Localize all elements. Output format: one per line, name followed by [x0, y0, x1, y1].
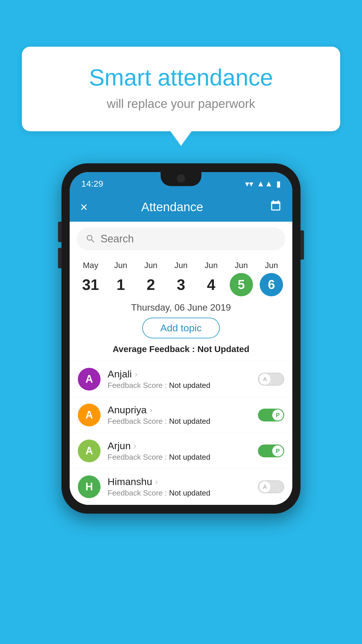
- date-number: 1: [109, 273, 132, 296]
- date-month: Jun: [235, 261, 248, 270]
- status-time: 14:29: [81, 179, 103, 189]
- student-info: Himanshu ›Feedback Score : Not updated: [108, 476, 251, 498]
- attendance-toggle[interactable]: P: [258, 444, 284, 457]
- student-item[interactable]: HHimanshu ›Feedback Score : Not updatedA: [70, 469, 292, 505]
- date-number: 2: [139, 273, 163, 296]
- search-icon: [85, 234, 96, 244]
- calendar-icon[interactable]: [270, 200, 282, 215]
- date-month: May: [83, 261, 98, 270]
- date-item[interactable]: Jun3: [166, 261, 196, 296]
- date-item[interactable]: Jun2: [136, 261, 166, 296]
- student-avatar: A: [78, 440, 101, 462]
- toggle-knob: A: [259, 374, 270, 385]
- date-month: Jun: [114, 261, 127, 270]
- phone-notch: [161, 172, 201, 186]
- phone-wrapper: 14:29 ▾▾ ▲▲ ▮ × Attendance: [61, 163, 301, 514]
- close-button[interactable]: ×: [80, 200, 88, 214]
- date-number: 31: [79, 273, 102, 296]
- date-number: 4: [199, 273, 223, 296]
- student-feedback: Feedback Score : Not updated: [108, 489, 251, 498]
- student-item[interactable]: AAnupriya ›Feedback Score : Not updatedP: [70, 397, 292, 433]
- attendance-toggle[interactable]: A: [258, 480, 284, 493]
- date-strip: May31Jun1Jun2Jun3Jun4Jun5Jun6: [70, 256, 292, 299]
- student-name: Arjun ›: [108, 440, 251, 452]
- date-item[interactable]: Jun5: [226, 261, 256, 296]
- date-month: Jun: [174, 261, 187, 270]
- avg-feedback-value: Not Updated: [197, 344, 249, 354]
- student-feedback: Feedback Score : Not updated: [108, 417, 251, 426]
- feedback-value: Not updated: [169, 489, 210, 497]
- feedback-value: Not updated: [169, 381, 210, 390]
- speech-bubble: Smart attendance will replace your paper…: [22, 47, 340, 131]
- feedback-value: Not updated: [169, 453, 210, 461]
- student-item[interactable]: AAnjali ›Feedback Score : Not updatedA: [70, 361, 292, 397]
- selected-date-label: Thursday, 06 June 2019: [70, 299, 292, 318]
- chevron-right-icon: ›: [133, 441, 136, 451]
- toggle-knob: A: [259, 481, 270, 492]
- student-name: Anjali ›: [108, 368, 251, 380]
- date-month: Jun: [265, 261, 278, 270]
- front-camera: [177, 174, 185, 183]
- date-item[interactable]: Jun4: [196, 261, 226, 296]
- student-info: Anjali ›Feedback Score : Not updated: [108, 368, 251, 390]
- search-input[interactable]: [101, 233, 277, 245]
- volume-up-button: [58, 222, 61, 242]
- speech-bubble-subtitle: will replace your paperwork: [42, 97, 320, 111]
- student-name: Himanshu ›: [108, 476, 251, 487]
- student-avatar: A: [78, 404, 101, 426]
- date-month: Jun: [144, 261, 157, 270]
- date-month: Jun: [205, 261, 218, 270]
- student-name: Anupriya ›: [108, 404, 251, 416]
- power-button: [301, 230, 304, 260]
- add-topic-button[interactable]: Add topic: [142, 318, 220, 338]
- app-header: × Attendance: [70, 192, 292, 222]
- student-avatar: H: [78, 475, 101, 498]
- student-list: AAnjali ›Feedback Score : Not updatedAAA…: [70, 361, 292, 505]
- wifi-icon: ▾▾: [245, 179, 253, 189]
- student-info: Anupriya ›Feedback Score : Not updated: [108, 404, 251, 426]
- phone-screen: 14:29 ▾▾ ▲▲ ▮ × Attendance: [70, 172, 292, 505]
- student-item[interactable]: AArjun ›Feedback Score : Not updatedP: [70, 433, 292, 469]
- chevron-right-icon: ›: [155, 477, 158, 487]
- date-item[interactable]: Jun1: [106, 261, 136, 296]
- avg-feedback-label: Average Feedback :: [113, 344, 195, 354]
- chevron-right-icon: ›: [150, 405, 152, 415]
- date-number: 3: [169, 273, 193, 296]
- volume-down-button: [58, 248, 61, 268]
- student-info: Arjun ›Feedback Score : Not updated: [108, 440, 251, 462]
- status-icons: ▾▾ ▲▲ ▮: [245, 179, 281, 189]
- student-avatar: A: [78, 368, 101, 391]
- chevron-right-icon: ›: [135, 370, 137, 379]
- avg-feedback: Average Feedback : Not Updated: [70, 344, 292, 354]
- date-item[interactable]: May31: [75, 261, 106, 296]
- phone-frame: 14:29 ▾▾ ▲▲ ▮ × Attendance: [61, 163, 301, 514]
- student-feedback: Feedback Score : Not updated: [108, 381, 251, 390]
- battery-icon: ▮: [276, 179, 281, 189]
- student-feedback: Feedback Score : Not updated: [108, 453, 251, 462]
- search-container[interactable]: [77, 228, 285, 250]
- attendance-toggle[interactable]: P: [258, 409, 284, 421]
- speech-bubble-title: Smart attendance: [42, 64, 320, 91]
- date-number: 6: [260, 273, 283, 296]
- attendance-toggle[interactable]: A: [258, 373, 284, 386]
- date-item[interactable]: Jun6: [256, 261, 287, 296]
- toggle-knob: P: [272, 410, 283, 421]
- toggle-knob: P: [272, 445, 283, 456]
- date-number: 5: [230, 273, 253, 296]
- signal-icon: ▲▲: [257, 179, 273, 188]
- header-title: Attendance: [96, 200, 248, 214]
- feedback-value: Not updated: [169, 417, 210, 426]
